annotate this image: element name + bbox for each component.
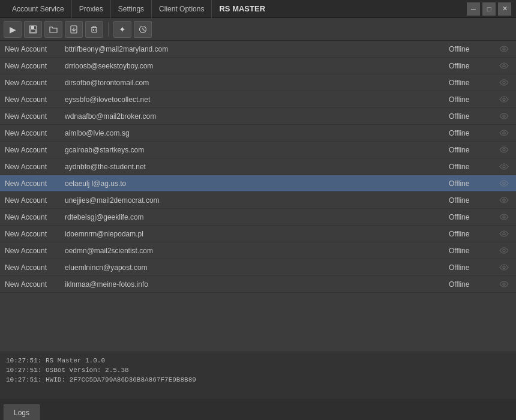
account-email: gcairoab@startkeys.com xyxy=(65,146,449,154)
account-email: aimlbo@lvie.com.sg xyxy=(65,129,449,137)
window-controls: ─ □ ✕ xyxy=(467,2,511,16)
svg-point-18 xyxy=(503,166,505,168)
svg-rect-5 xyxy=(92,28,97,32)
account-status: Offline xyxy=(449,230,497,238)
title-bar: Account Service Proxies Settings Client … xyxy=(0,0,516,18)
visibility-icon[interactable] xyxy=(497,247,511,254)
account-status: Offline xyxy=(449,179,497,188)
account-status: Offline xyxy=(449,79,497,87)
account-status: Offline xyxy=(449,213,497,221)
account-status: Offline xyxy=(449,45,497,53)
account-status: Offline xyxy=(449,129,497,137)
account-name: New Account xyxy=(5,45,65,53)
visibility-icon[interactable] xyxy=(497,113,511,119)
visibility-icon[interactable] xyxy=(497,230,511,237)
svg-point-12 xyxy=(503,65,505,67)
svg-rect-1 xyxy=(31,26,34,29)
folder-button[interactable] xyxy=(44,21,62,38)
account-name: New Account xyxy=(5,263,65,272)
svg-point-23 xyxy=(503,250,505,252)
visibility-icon[interactable] xyxy=(497,79,511,86)
clock-button[interactable] xyxy=(134,21,152,38)
svg-point-11 xyxy=(503,48,505,50)
account-row[interactable]: New Account dirsofbo@torontomail.com Off… xyxy=(0,74,516,91)
visibility-icon[interactable] xyxy=(497,180,511,187)
account-email: unejjies@mail2democrat.com xyxy=(65,196,449,205)
account-name: New Account xyxy=(5,280,65,289)
minimize-button[interactable]: ─ xyxy=(467,2,480,16)
log-line: 10:27:51: OSBot Version: 2.5.38 xyxy=(6,365,510,375)
svg-rect-2 xyxy=(31,29,35,32)
visibility-icon[interactable] xyxy=(497,46,511,52)
account-list-container: New Account bttrifbeony@mail2maryland.co… xyxy=(0,41,516,352)
account-email: eluemlnincn@yapost.com xyxy=(65,263,449,272)
play-button[interactable]: ▶ xyxy=(4,21,22,38)
svg-point-25 xyxy=(503,283,505,286)
visibility-icon[interactable] xyxy=(497,130,511,136)
account-list[interactable]: New Account bttrifbeony@mail2maryland.co… xyxy=(0,41,516,352)
svg-point-13 xyxy=(503,82,505,84)
visibility-icon[interactable] xyxy=(497,62,511,69)
account-name: New Account xyxy=(5,62,65,70)
account-row[interactable]: New Account iklnmaa@meine-fotos.info Off… xyxy=(0,276,516,293)
account-email: drrioosb@seekstoyboy.com xyxy=(65,62,449,70)
account-row[interactable]: New Account aydnbfo@the-student.net Offl… xyxy=(0,158,516,175)
account-name: New Account xyxy=(5,247,65,255)
account-row[interactable]: New Account wdnaafbo@mail2broker.com Off… xyxy=(0,108,516,125)
menu-client-options[interactable]: Client Options xyxy=(152,0,212,18)
account-row[interactable]: New Account aimlbo@lvie.com.sg Offline xyxy=(0,125,516,142)
account-status: Offline xyxy=(449,263,497,272)
account-email: wdnaafbo@mail2broker.com xyxy=(65,112,449,121)
svg-point-19 xyxy=(503,182,505,185)
svg-point-14 xyxy=(503,98,505,101)
delete-button[interactable] xyxy=(85,21,103,38)
account-email: oedmn@mail2scientist.com xyxy=(65,247,449,255)
star-button[interactable]: ✦ xyxy=(113,21,131,38)
account-row[interactable]: New Account drrioosb@seekstoyboy.com Off… xyxy=(0,58,516,74)
account-email: oelaeulj l@ag.us.to xyxy=(65,179,449,188)
visibility-icon[interactable] xyxy=(497,96,511,103)
log-line: 10:27:51: HWID: 2F7CC5DA799A86D36B8A867F… xyxy=(6,375,510,385)
svg-point-22 xyxy=(503,233,505,235)
visibility-icon[interactable] xyxy=(497,264,511,271)
account-status: Offline xyxy=(449,196,497,205)
svg-point-24 xyxy=(503,266,505,269)
close-button[interactable]: ✕ xyxy=(498,2,511,16)
visibility-icon[interactable] xyxy=(497,197,511,203)
main-content: New Account bttrifbeony@mail2maryland.co… xyxy=(0,41,516,400)
account-email: dirsofbo@torontomail.com xyxy=(65,79,449,87)
menu-proxies[interactable]: Proxies xyxy=(72,0,111,18)
account-email: bttrifbeony@mail2maryland.com xyxy=(65,45,449,53)
visibility-icon[interactable] xyxy=(497,163,511,170)
account-row[interactable]: New Account eyssbfo@ilovetocollect.net O… xyxy=(0,91,516,108)
menu-settings[interactable]: Settings xyxy=(111,0,152,18)
maximize-button[interactable]: □ xyxy=(482,2,496,16)
account-row[interactable]: New Account oedmn@mail2scientist.com Off… xyxy=(0,242,516,259)
log-area: 10:27:51: RS Master 1.0.010:27:51: OSBot… xyxy=(0,352,516,400)
title-bar-left: Account Service Proxies Settings Client … xyxy=(5,0,265,18)
account-name: New Account xyxy=(5,112,65,121)
account-row[interactable]: New Account unejjies@mail2democrat.com O… xyxy=(0,192,516,209)
account-name: New Account xyxy=(5,213,65,221)
account-row[interactable]: New Account eluemlnincn@yapost.com Offli… xyxy=(0,259,516,276)
menu-account-service[interactable]: Account Service xyxy=(5,0,72,18)
visibility-icon[interactable] xyxy=(497,146,511,153)
account-email: eyssbfo@ilovetocollect.net xyxy=(65,95,449,104)
account-name: New Account xyxy=(5,146,65,154)
save-button[interactable] xyxy=(24,21,42,38)
account-email: idoemnrm@niepodam.pl xyxy=(65,230,449,238)
account-row[interactable]: New Account idoemnrm@niepodam.pl Offline xyxy=(0,226,516,242)
svg-point-15 xyxy=(503,115,505,118)
svg-point-21 xyxy=(503,216,505,218)
account-row[interactable]: New Account rdtebeisgj@geeklife.com Offl… xyxy=(0,209,516,226)
app-title: RS MASTER xyxy=(212,4,265,13)
logs-tab[interactable]: Logs xyxy=(4,404,40,420)
svg-point-20 xyxy=(503,199,505,202)
account-status: Offline xyxy=(449,280,497,289)
visibility-icon[interactable] xyxy=(497,281,511,287)
account-row[interactable]: New Account gcairoab@startkeys.com Offli… xyxy=(0,142,516,158)
account-row[interactable]: New Account oelaeulj l@ag.us.to Offline xyxy=(0,175,516,192)
import-button[interactable] xyxy=(65,21,83,38)
account-row[interactable]: New Account bttrifbeony@mail2maryland.co… xyxy=(0,41,516,58)
visibility-icon[interactable] xyxy=(497,214,511,220)
